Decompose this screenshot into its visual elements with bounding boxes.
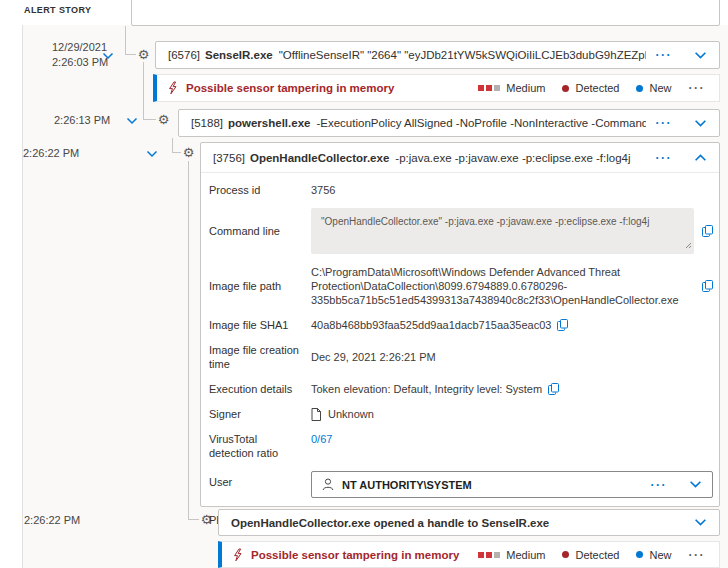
detection-status-label: Detected (575, 82, 619, 94)
alert-row[interactable]: Possible sensor tampering in memory Medi… (153, 74, 720, 102)
detail-label-creation-time: Image file creation time (209, 343, 311, 371)
classification-label: New (649, 82, 671, 94)
command-line-text: "OpenHandleCollector.exe" -p:java.exe -p… (321, 216, 649, 227)
severity-label: Medium (506, 549, 545, 561)
gear-icon: ⚙ (156, 112, 171, 127)
chevron-down-icon[interactable] (694, 51, 707, 60)
process-pid: [6576] (168, 49, 200, 61)
process-name: OpenHandleCollector.exe (250, 152, 389, 164)
tree-connector (172, 138, 173, 153)
new-dot-icon (636, 551, 643, 558)
gear-icon: ⚙ (136, 47, 151, 62)
lightning-icon (232, 548, 243, 562)
handle-event-card[interactable]: OpenHandleCollector.exe opened a handle … (218, 509, 720, 536)
more-options-button[interactable]: ··· (656, 153, 673, 163)
detail-value-image-file-path: C:\ProgramData\Microsoft\Windows Defende… (311, 265, 702, 307)
timestamp-group-1: 12/29/2021 2:26:03 PM (52, 40, 108, 70)
detail-value-signer: Unknown (328, 408, 374, 420)
process-card-openhandlecollector-expanded: [3756] OpenHandleCollector.exe -p:java.e… (200, 142, 720, 507)
detection-status-badge: Detected (562, 82, 619, 94)
detail-label-execution-details: Execution details (209, 382, 311, 396)
detail-value-creation-time: Dec 29, 2021 2:26:21 PM (311, 351, 713, 363)
tree-connector (172, 152, 181, 153)
timestamp-group-4: 2:26:22 PM (24, 513, 80, 528)
process-pid: [5188] (191, 117, 223, 129)
alert-title: Possible sensor tampering in memory (186, 82, 394, 94)
tree-connector (188, 161, 189, 520)
copy-icon[interactable] (702, 280, 713, 292)
process-card-senseir[interactable]: [6576] SenseIR.exe "OfflineSenseIR" "266… (155, 41, 720, 69)
collapse-chevron-icon[interactable] (101, 50, 115, 62)
timestamp-time: 2:26:03 PM (52, 55, 108, 70)
process-args: -p:java.exe -p:javaw.exe -p:eclipse.exe … (395, 152, 630, 164)
process-pid: [3756] (213, 152, 245, 164)
resize-grip-icon[interactable] (685, 239, 692, 252)
certificate-icon (311, 408, 321, 421)
more-options-button[interactable]: ··· (689, 550, 706, 560)
tree-connector (125, 26, 126, 55)
collapse-chevron-icon[interactable] (145, 148, 159, 160)
tree-connector (188, 519, 199, 520)
user-name: NT AUTHORITY\SYSTEM (342, 479, 472, 491)
more-options-button[interactable]: ··· (689, 83, 706, 93)
parent-process-card-partial[interactable] (131, 0, 720, 26)
detected-dot-icon (562, 551, 569, 558)
user-dropdown[interactable]: NT AUTHORITY\SYSTEM ··· (311, 471, 713, 498)
copy-icon[interactable] (548, 383, 559, 395)
severity-squares-icon (478, 552, 500, 558)
gear-icon: ⚙ (181, 145, 196, 160)
chevron-up-icon[interactable] (694, 153, 707, 162)
detail-label-image-file-sha1: Image file SHA1 (209, 318, 311, 332)
collapse-chevron-icon[interactable] (125, 115, 139, 127)
process-card-header[interactable]: [3756] OpenHandleCollector.exe -p:java.e… (201, 143, 719, 173)
handle-event-text: OpenHandleCollector.exe opened a handle … (231, 517, 549, 529)
classification-badge: New (636, 82, 671, 94)
detail-value-image-file-sha1: 40a8b468bb93faa525dd9aa1dacb715aa35eac03 (311, 319, 551, 331)
command-line-textbox[interactable]: "OpenHandleCollector.exe" -p:java.exe -p… (311, 208, 694, 254)
detail-label-user: User (209, 471, 311, 489)
more-options-button[interactable]: ··· (651, 480, 668, 490)
detection-status-label: Detected (575, 549, 619, 561)
detail-label-process-id: Process id (209, 183, 311, 197)
process-name: powershell.exe (228, 117, 310, 129)
severity-squares-icon (478, 85, 500, 91)
tree-connector (125, 54, 136, 55)
more-options-button[interactable]: ··· (656, 118, 673, 128)
virustotal-ratio-link[interactable]: 0/67 (311, 433, 332, 445)
more-options-button[interactable]: ··· (656, 50, 673, 60)
detail-label-signer: Signer (209, 407, 311, 421)
copy-icon[interactable] (557, 319, 568, 331)
alert-story-screen: ALERT STORY 12/29/2021 2:26:03 PM 2:26:1… (0, 0, 728, 568)
process-args: -ExecutionPolicy AllSigned -NoProfile -N… (316, 117, 645, 129)
copy-icon[interactable] (694, 225, 713, 237)
classification-label: New (649, 549, 671, 561)
alert-title: Possible sensor tampering in memory (251, 549, 459, 561)
detail-value-process-id: 3756 (311, 184, 713, 196)
severity-badge: Medium (478, 549, 545, 561)
alert-row[interactable]: Possible sensor tampering in memory Medi… (218, 541, 720, 568)
detected-dot-icon (562, 85, 569, 92)
detail-label-command-line: Command line (209, 224, 311, 238)
chevron-down-icon[interactable] (689, 480, 702, 489)
chevron-down-icon[interactable] (694, 518, 707, 527)
new-dot-icon (636, 85, 643, 92)
detail-label-virustotal: VirusTotal detection ratio (209, 432, 311, 460)
section-title: ALERT STORY (24, 5, 91, 15)
timestamp-group-3: 2:26:22 PM (23, 146, 79, 161)
timestamp-group-2: 2:26:13 PM (54, 113, 110, 128)
timestamp-date: 12/29/2021 (52, 40, 108, 55)
classification-badge: New (636, 549, 671, 561)
process-args: "OfflineSenseIR" "2664" "eyJDb21tYW5kSWQ… (279, 49, 646, 61)
process-details-panel: Process id 3756 Command line "OpenHandle… (201, 173, 719, 536)
lightning-icon (167, 81, 178, 95)
detail-label-image-file-path: Image file path (209, 279, 311, 293)
person-icon (322, 478, 334, 491)
chevron-down-icon[interactable] (694, 119, 707, 128)
tree-connector (143, 62, 144, 120)
tree-connector (143, 119, 156, 120)
detail-value-execution-details: Token elevation: Default, Integrity leve… (311, 383, 542, 395)
severity-badge: Medium (478, 82, 545, 94)
severity-label: Medium (506, 82, 545, 94)
process-card-powershell[interactable]: [5188] powershell.exe -ExecutionPolicy A… (178, 109, 720, 137)
detection-status-badge: Detected (562, 549, 619, 561)
